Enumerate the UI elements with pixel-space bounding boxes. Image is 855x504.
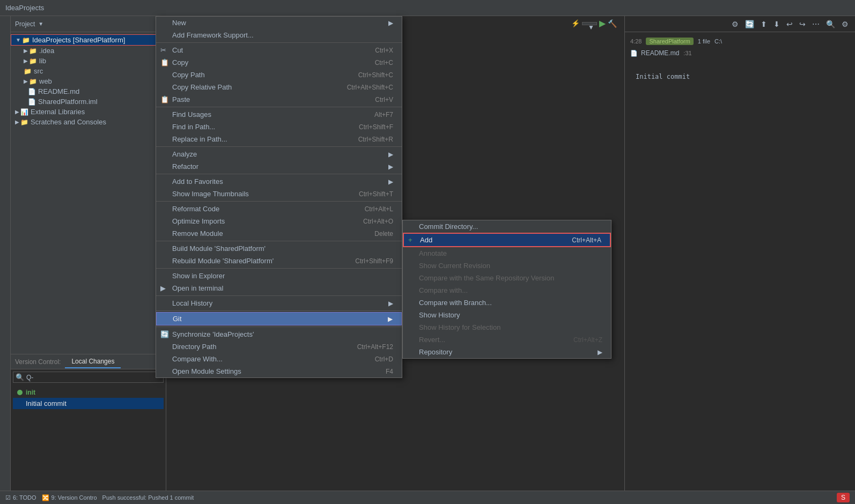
run-config-dropdown[interactable]: ▼	[582, 22, 597, 25]
git-menu-add[interactable]: + Add Ctrl+Alt+A	[403, 233, 611, 247]
undo-icon[interactable]: ↩	[784, 19, 795, 29]
menu-item-rebuild-module[interactable]: Rebuild Module 'SharedPlatform' Ctrl+Shi…	[156, 255, 402, 267]
menu-label-optimize-imports: Optimize Imports	[172, 217, 225, 225]
shortcut-find-usages: Alt+F7	[374, 111, 393, 118]
menu-item-show-thumbnails[interactable]: Show Image Thumbnails Ctrl+Shift+T	[156, 188, 402, 200]
git-menu-show-history[interactable]: Show History	[403, 309, 611, 321]
tree-item-extlibs[interactable]: ▶ 📊 External Libraries	[11, 107, 166, 117]
status-vc[interactable]: 🔀 9: Version Contro	[42, 494, 97, 501]
vc-search-bar[interactable]: 🔍	[13, 372, 164, 383]
menu-item-build-module[interactable]: Build Module 'SharedPlatform'	[156, 242, 402, 255]
tree-item-lib[interactable]: ▶ 📁 lib	[11, 56, 166, 66]
lower-vc-panel: Version Control: Local Changes 🔍 init In…	[11, 354, 166, 504]
shortcut-paste: Ctrl+V	[375, 96, 393, 103]
vc-search-input[interactable]	[26, 374, 144, 381]
git-menu-show-current-revision: Show Current Revision	[403, 260, 611, 272]
file-item[interactable]: 📄 README.md :31	[630, 49, 850, 57]
menu-item-reformat[interactable]: Reformat Code Ctrl+Alt+L	[156, 203, 402, 215]
redo-icon[interactable]: ↪	[797, 19, 808, 29]
menu-item-dir-path[interactable]: Directory Path Ctrl+Alt+F12	[156, 340, 402, 353]
vc-commit-initial[interactable]: Initial commit	[13, 398, 164, 409]
context-menu-git: Commit Directory... + Add Ctrl+Alt+A Ann…	[402, 220, 611, 359]
search-icon-panel[interactable]: 🔍	[824, 19, 837, 29]
menu-item-remove-module[interactable]: Remove Module Delete	[156, 227, 402, 240]
tree-item-ideaprojects[interactable]: ▼ 📁 IdeaProjects [SharedPlatform]	[11, 34, 166, 46]
menu-item-copy-path[interactable]: Copy Path Ctrl+Shift+C	[156, 69, 402, 81]
more-icon[interactable]: ⋯	[810, 19, 822, 29]
tree-item-iml[interactable]: 📄 SharedPlatform.iml	[11, 97, 166, 107]
git-menu-commit-dir[interactable]: Commit Directory...	[403, 220, 611, 233]
git-menu-annotate: Annotate	[403, 247, 611, 260]
tree-item-web[interactable]: ▶ 📁 web	[11, 76, 166, 86]
menu-label-open-terminal: Open in terminal	[172, 284, 223, 292]
tree-item-idea[interactable]: ▶ 📁 .idea	[11, 46, 166, 56]
menu-item-new[interactable]: New ▶	[156, 17, 402, 29]
panel-project-label: Project	[15, 20, 35, 28]
menu-item-add-favorites[interactable]: Add to Favorites ▶	[156, 175, 402, 188]
tree-label-readme: README.md	[38, 87, 79, 95]
tree-item-readme[interactable]: 📄 README.md	[11, 86, 166, 97]
menu-item-analyze[interactable]: Analyze ▶	[156, 148, 402, 160]
menu-item-replace-in-path[interactable]: Replace in Path... Ctrl+Shift+R	[156, 133, 402, 145]
menu-label-reformat: Reformat Code	[172, 205, 219, 213]
tree-item-src[interactable]: 📁 src	[11, 66, 166, 76]
menu-item-refactor[interactable]: Refactor ▶	[156, 160, 402, 173]
menu-item-open-module-settings[interactable]: Open Module Settings F4	[156, 365, 402, 377]
settings-icon[interactable]: ⚙	[729, 19, 741, 29]
vc-tab-label: Version Control:	[11, 356, 65, 368]
md-icon: 📄	[28, 88, 36, 95]
tree-item-scratches[interactable]: ▶ 📁 Scratches and Consoles	[11, 117, 166, 127]
build-button[interactable]: 🔨	[608, 19, 617, 28]
shortcut-cut: Ctrl+X	[375, 47, 393, 54]
git-label-compare-same-repo: Compare with the Same Repository Version	[419, 274, 554, 282]
top-toolbar: ⚡ ▼ ▶ 🔨	[569, 16, 619, 31]
git-menu-repository[interactable]: Repository ▶	[403, 346, 611, 358]
title-bar: IdeaProjects	[0, 0, 855, 16]
menu-item-local-history[interactable]: Local History ▶	[156, 297, 402, 309]
folder-icon-web: 📁	[29, 78, 37, 85]
add-icon: +	[408, 236, 412, 244]
menu-item-optimize-imports[interactable]: Optimize Imports Ctrl+Alt+O	[156, 215, 402, 227]
menu-item-paste[interactable]: 📋 Paste Ctrl+V	[156, 93, 402, 106]
git-menu-compare-branch[interactable]: Compare with Branch...	[403, 297, 611, 309]
menu-item-git[interactable]: Git ▶	[156, 312, 402, 325]
menu-item-copy-relative-path[interactable]: Copy Relative Path Ctrl+Alt+Shift+C	[156, 81, 402, 93]
sync-icon[interactable]: 🔄	[743, 19, 756, 29]
menu-label-add-framework: Add Framework Support...	[172, 31, 254, 39]
menu-label-paste: Paste	[172, 95, 190, 103]
menu-item-show-explorer[interactable]: Show in Explorer	[156, 270, 402, 282]
status-todo[interactable]: ☑ 6: TODO	[5, 494, 36, 501]
copy-icon: 📋	[160, 58, 169, 66]
menu-label-local-history: Local History	[172, 299, 212, 307]
paste-icon: 📋	[160, 95, 169, 103]
menu-item-compare-with[interactable]: Compare With... Ctrl+D	[156, 353, 402, 365]
menu-item-synchronize[interactable]: 🔄 Synchronize 'IdeaProjects'	[156, 328, 402, 340]
readme-file-icon: 📄	[630, 50, 638, 57]
shared-platform-ref: SharedPlatform	[646, 38, 693, 45]
shortcut-rebuild: Ctrl+Shift+F9	[355, 257, 393, 265]
menu-label-find-in-path: Find in Path...	[172, 123, 215, 131]
menu-item-copy[interactable]: 📋 Copy Ctrl+C	[156, 56, 402, 69]
menu-item-cut[interactable]: ✂ Cut Ctrl+X	[156, 44, 402, 56]
upper-project: Project ▼ ▼ 📁 IdeaProjects [SharedPlatfo…	[11, 16, 166, 354]
jetbrains-logo: S	[837, 493, 850, 502]
vc-tab-local-changes[interactable]: Local Changes	[65, 355, 121, 368]
settings2-icon[interactable]: ⚙	[839, 19, 851, 29]
arrow-favorites: ▶	[388, 178, 393, 186]
menu-item-find-usages[interactable]: Find Usages Alt+F7	[156, 108, 402, 121]
vc-header: Version Control: Local Changes	[11, 354, 166, 369]
run-button[interactable]: ▶	[599, 18, 606, 28]
menu-item-find-in-path[interactable]: Find in Path... Ctrl+Shift+F	[156, 121, 402, 133]
menu-item-open-terminal[interactable]: ▶ Open in terminal	[156, 282, 402, 294]
upload-icon[interactable]: ⬆	[758, 19, 769, 29]
tree-arrow-web: ▶	[24, 78, 28, 84]
menu-item-add-framework[interactable]: Add Framework Support...	[156, 29, 402, 41]
tree-label-web: web	[39, 77, 52, 85]
panel-dropdown-arrow[interactable]: ▼	[38, 21, 43, 27]
download-icon[interactable]: ⬇	[771, 19, 782, 29]
menu-label-copy: Copy	[172, 58, 188, 66]
arrow-new: ▶	[388, 19, 393, 27]
arrow-analyze: ▶	[388, 151, 393, 158]
vc-commit-init[interactable]: init	[13, 387, 164, 398]
git-label-repository: Repository	[419, 348, 452, 356]
